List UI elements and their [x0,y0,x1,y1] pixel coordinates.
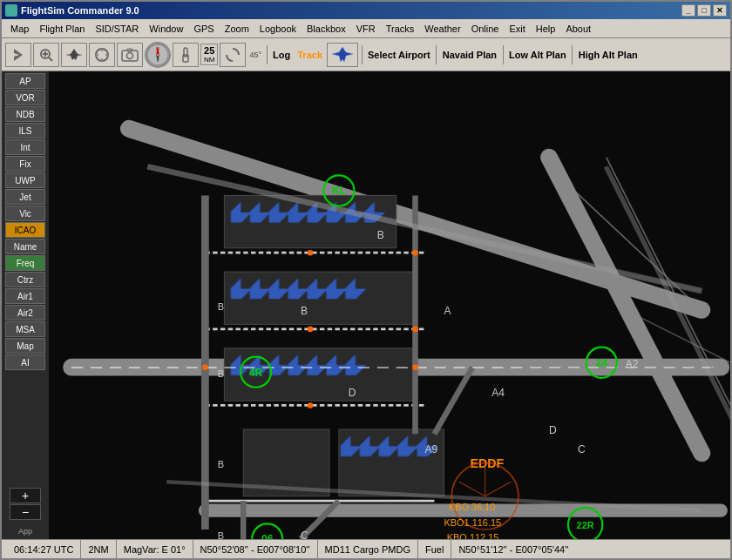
status-coords: N50°52'08'' - E007°08'10'' [193,540,318,558]
status-fuel: Fuel [418,540,451,558]
menu-vfr[interactable]: VFR [351,22,381,36]
toolbar-rotate2-btn[interactable] [220,43,246,67]
toolbar-sep-5 [571,43,574,67]
toolbar-arrow-btn[interactable] [5,43,31,67]
menu-window[interactable]: Window [144,22,188,36]
sidebar-ctrz[interactable]: Ctrz [5,272,45,287]
compass-btn[interactable]: N S [145,42,171,68]
select-airport-label[interactable]: Select Airport [365,50,433,60]
toolbar-zoom-in-btn[interactable] [33,43,59,67]
status-aircraft: MD11 Cargo PMDG [318,540,418,558]
app-label: App [18,525,32,537]
svg-text:B: B [218,459,224,469]
sidebar-map[interactable]: Map [5,338,45,354]
svg-text:B: B [301,305,308,317]
menu-tracks[interactable]: Tracks [381,22,420,36]
menu-gps[interactable]: GPS [188,22,219,36]
sidebar-ap[interactable]: AP [5,73,45,89]
svg-point-7 [127,52,133,58]
toolbar-sep-3 [435,43,438,67]
svg-marker-0 [14,49,23,61]
svg-text:24: 24 [596,357,608,369]
sidebar-freq[interactable]: Freq [5,255,45,271]
svg-text:B: B [377,229,384,241]
sidebar-msa[interactable]: MSA [5,321,45,337]
sidebar-ndb[interactable]: NDB [5,106,45,122]
navaid-plan-label[interactable]: Navaid Plan [440,50,499,60]
svg-point-101 [308,402,314,408]
status-position: N50°51'12'' - E007°05'44'' [451,540,575,558]
menu-logbook[interactable]: Logbook [254,22,302,36]
menu-about[interactable]: About [560,22,596,36]
sidebar-ai[interactable]: AI [5,354,45,370]
svg-rect-25 [339,429,444,496]
nm-display: 25 NM [200,44,218,65]
sidebar-air1[interactable]: Air1 [5,288,45,304]
menu-online[interactable]: Online [466,22,505,36]
toolbar-plane-btn[interactable] [61,43,87,67]
svg-text:KBO 112.15: KBO 112.15 [447,532,499,539]
status-distance: 2NM [81,540,116,558]
toolbar-wrench-btn[interactable] [173,43,199,67]
sidebar-jet[interactable]: Jet [5,189,45,205]
window-controls: _ □ ✕ [681,4,727,17]
svg-point-99 [308,250,314,256]
svg-line-2 [49,57,52,61]
toolbar-sep-2 [360,43,363,67]
zoom-out-btn[interactable]: − [10,504,41,520]
menu-exit[interactable]: Exit [504,22,530,36]
svg-point-103 [412,327,418,333]
menu-flight-plan[interactable]: Flight Plan [34,22,90,36]
toolbar: N S 25 NM 45° Log Track Select Airport [2,38,730,71]
app-window: FlightSim Commander 9.0 _ □ ✕ Map Flight… [0,0,732,560]
menu-bar: Map Flight Plan SID/STAR Window GPS Zoom… [2,19,730,38]
map-area[interactable]: KL 4R 06 32L 24 22R [49,71,730,539]
menu-zoom[interactable]: Zoom [220,22,254,36]
close-button[interactable]: ✕ [713,4,727,17]
toolbar-sep-1 [265,43,268,67]
sidebar-int[interactable]: Int [5,139,45,155]
sidebar-vor[interactable]: VOR [5,90,45,105]
menu-weather[interactable]: Weather [419,22,465,36]
minimize-button[interactable]: _ [681,4,695,17]
maximize-button[interactable]: □ [697,4,711,17]
sidebar-vic[interactable]: Vic [5,206,45,221]
sidebar-ils[interactable]: ILS [5,123,45,138]
svg-text:KBO 36.10: KBO 36.10 [449,502,496,512]
sidebar: AP VOR NDB ILS Int Fix UWP Jet Vic ICAO … [2,71,49,539]
sidebar-air2[interactable]: Air2 [5,305,45,320]
track-label[interactable]: Track [295,50,325,60]
svg-text:4R: 4R [249,367,263,379]
menu-help[interactable]: Help [531,22,561,36]
window-title: FlightSim Commander 9.0 [21,5,681,16]
title-bar: FlightSim Commander 9.0 _ □ ✕ [2,2,730,19]
zoom-in-btn[interactable]: + [10,488,41,503]
svg-text:A2: A2 [626,358,639,370]
svg-text:06: 06 [261,533,274,539]
low-alt-plan-label[interactable]: Low Alt Plan [506,50,569,60]
sidebar-fix[interactable]: Fix [5,156,45,172]
svg-point-105 [412,364,418,370]
sidebar-name[interactable]: Name [5,239,45,254]
sidebar-icao[interactable]: ICAO [5,222,45,238]
toolbar-sep-4 [501,43,505,67]
log-label: Log [270,50,293,60]
toolbar-camera-btn[interactable] [117,43,143,67]
menu-blackbox[interactable]: Blackbox [302,22,351,36]
status-bar: 06:14:27 UTC 2NM MagVar: E 01° N50°52'08… [2,539,730,558]
high-alt-plan-label[interactable]: High Alt Plan [576,50,640,60]
sidebar-uwp[interactable]: UWP [5,172,45,188]
toolbar-rotate-btn[interactable] [89,43,115,67]
svg-text:A4: A4 [491,387,505,399]
aircraft-icon-btn[interactable] [327,43,358,67]
svg-text:A: A [444,305,451,317]
svg-text:S: S [156,57,159,62]
svg-point-102 [412,250,418,256]
main-area: AP VOR NDB ILS Int Fix UWP Jet Vic ICAO … [2,71,730,539]
app-icon [5,4,17,17]
svg-text:A9: A9 [425,443,438,455]
svg-text:C: C [301,530,308,539]
menu-map[interactable]: Map [5,22,34,36]
menu-sid-star[interactable]: SID/STAR [90,22,144,36]
svg-text:B: B [218,368,224,379]
